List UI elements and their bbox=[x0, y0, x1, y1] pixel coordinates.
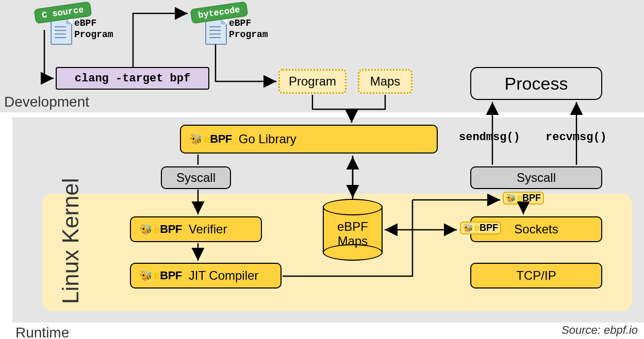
runtime-label: Runtime bbox=[15, 325, 69, 339]
file-icon bbox=[205, 18, 227, 45]
maps-box: Maps bbox=[358, 69, 412, 94]
linux-kernel-label: Linux Kernel bbox=[58, 178, 84, 304]
go-library-box: 🐝eBPF Go Library bbox=[180, 125, 438, 154]
file-bytecode-label: eBPFProgram bbox=[229, 18, 268, 40]
source-attribution: Source: ebpf.io bbox=[562, 324, 638, 337]
ebpf-badge-sockets: 🐝eBPF bbox=[460, 222, 501, 234]
verifier-box: 🐝eBPF Verifier bbox=[130, 216, 262, 242]
ebpf-logo-icon: 🐝eBPF bbox=[138, 222, 184, 236]
syscall-left-box: Syscall bbox=[161, 166, 231, 189]
file-icon bbox=[51, 18, 72, 45]
jit-compiler-box: 🐝eBPF JIT Compiler bbox=[130, 263, 282, 289]
ebpf-badge-syscall: 🐝eBPF bbox=[503, 192, 544, 205]
program-box: Program bbox=[278, 69, 346, 94]
tcpip-box: TCP/IP bbox=[470, 263, 602, 289]
development-label: Development bbox=[4, 94, 89, 110]
ebpf-logo-icon: 🐝eBPF bbox=[138, 268, 184, 283]
recvmsg-label: recvmsg() bbox=[546, 131, 607, 144]
ebpf-logo-icon: 🐝eBPF bbox=[188, 132, 234, 146]
clang-box: clang -target bpf bbox=[56, 67, 209, 90]
file-csource-label: eBPFProgram bbox=[74, 18, 113, 40]
process-box: Process bbox=[470, 67, 602, 100]
ebpf-maps-cylinder: eBPFMaps bbox=[323, 199, 383, 261]
sendmsg-label: sendmsg() bbox=[459, 131, 520, 144]
ebpf-maps-label: eBPFMaps bbox=[323, 219, 383, 248]
syscall-right-box: Syscall bbox=[470, 166, 602, 189]
